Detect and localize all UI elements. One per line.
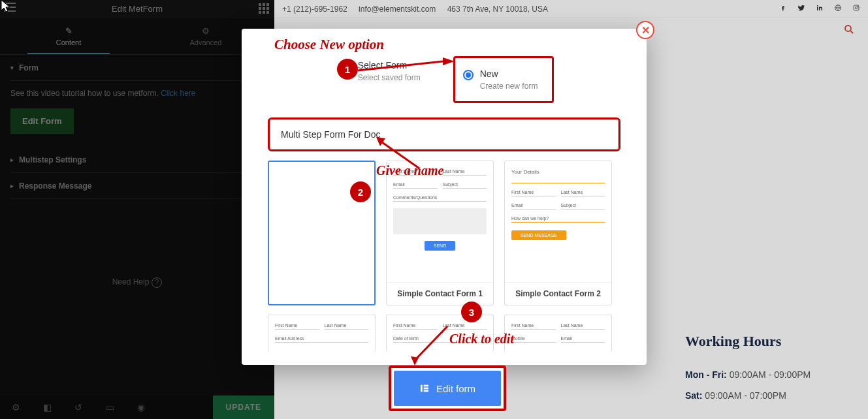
working-hours-title: Working Hours (685, 333, 855, 350)
tutorial-text: See this video tutorial how to use metfo… (10, 89, 264, 98)
svg-marker-15 (1, 0, 10, 12)
annotation-choose: Choose New option (274, 37, 384, 53)
svg-rect-5 (421, 385, 423, 392)
template-row2-c[interactable]: First NameLast Name MobileEmail (504, 315, 612, 352)
annotation-badge-3: 3 (461, 302, 482, 322)
sidebar-title: Edit MetForm (0, 0, 274, 18)
template-simple-contact-1[interactable]: First NameLast Name EmailSubject Comment… (386, 161, 494, 305)
section-response[interactable]: ▸Response Message (10, 173, 264, 199)
svg-point-2 (855, 7, 858, 9)
responsive-icon[interactable]: ▭ (94, 402, 125, 412)
edit-form-button[interactable]: Edit Form (10, 108, 74, 134)
tab-advanced-label: Advanced (190, 39, 222, 46)
radio-icon (463, 70, 474, 80)
preview-icon[interactable]: ◉ (125, 402, 157, 412)
topbar-email: info@elementskit.com (359, 5, 436, 14)
tab-content-label: Content (56, 39, 82, 46)
settings-icon[interactable]: ⚙ (0, 402, 31, 412)
instagram-icon[interactable] (852, 4, 860, 14)
update-button[interactable]: UPDATE (213, 396, 274, 419)
annotation-badge-1: 1 (337, 59, 358, 80)
hours-row: Sat: 09:00AM - 07:00PM (685, 390, 855, 401)
navigator-icon[interactable]: ◧ (31, 402, 63, 412)
svg-rect-6 (424, 385, 428, 387)
gear-icon: ⚙ (202, 26, 210, 36)
section-form[interactable]: ▾Form (10, 55, 264, 81)
linkedin-icon[interactable] (816, 4, 824, 14)
elementor-sidebar: Edit MetForm ✎ Content ⚙ Advanced ▾Form … (0, 0, 274, 419)
twitter-icon[interactable] (797, 4, 805, 14)
svg-point-4 (845, 25, 851, 31)
tab-content[interactable]: ✎ Content (0, 18, 137, 54)
annotation-edit: Click to edit (449, 332, 514, 347)
topbar-phone: +1 (212)-695-1962 (282, 5, 347, 14)
history-icon[interactable]: ↺ (63, 402, 94, 412)
pencil-icon: ✎ (65, 26, 72, 36)
annotation-badge-2: 2 (350, 181, 371, 202)
svg-rect-8 (424, 390, 428, 392)
form-picker-modal: ✕ Select Form Select saved form New Crea… (242, 29, 647, 365)
edit-form-main-button[interactable]: Edit form (394, 371, 501, 406)
section-multistep[interactable]: ▸Multistep Settings (10, 147, 264, 173)
svg-point-3 (858, 6, 858, 7)
dribbble-icon[interactable] (834, 4, 842, 14)
form-name-input[interactable] (270, 119, 619, 149)
close-button[interactable]: ✕ (636, 21, 654, 39)
working-hours: Working Hours Mon - Fri: 09:00AM - 09:00… (685, 333, 855, 411)
tutorial-link[interactable]: Click here (161, 89, 195, 98)
hours-row: Mon - Fri: 09:00AM - 09:00PM (685, 369, 855, 380)
option-new[interactable]: New Create new form (453, 56, 555, 103)
facebook-icon[interactable] (779, 4, 787, 14)
template-row2-a[interactable]: First NameLast Name Email Address (268, 315, 376, 352)
elementor-icon (419, 383, 430, 394)
topbar-address: 463 7th Ave, NY 10018, USA (447, 5, 548, 14)
help-icon: ? (152, 277, 162, 288)
svg-rect-7 (424, 388, 428, 390)
bottom-toolbar: ⚙ ◧ ↺ ▭ ◉ UPDATE (0, 396, 274, 419)
annotation-name: Give a name (376, 163, 443, 178)
need-help[interactable]: Need Help? (0, 277, 274, 288)
topbar: +1 (212)-695-1962 info@elementskit.com 4… (274, 0, 868, 18)
cursor-icon (1, 0, 10, 13)
close-icon: ✕ (641, 24, 650, 37)
widgets-grid-icon[interactable] (259, 3, 269, 14)
edit-form-main-wrap: Edit form (389, 365, 506, 411)
template-simple-contact-2[interactable]: Your Details First NameLast Name EmailSu… (504, 161, 612, 305)
search-icon[interactable] (843, 23, 855, 39)
